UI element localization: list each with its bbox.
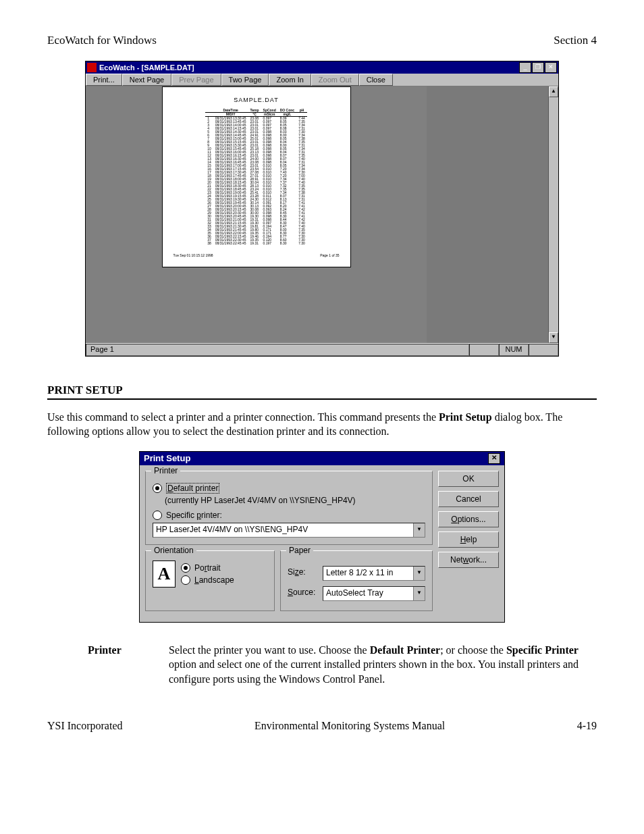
status-page: Page 1 bbox=[86, 344, 469, 356]
status-num: NUM bbox=[499, 344, 529, 356]
default-printer-label: Default printer bbox=[166, 484, 219, 493]
doc-title: SAMPLE.DAT bbox=[169, 97, 344, 103]
size-label: Size: bbox=[288, 567, 319, 577]
vertical-scrollbar[interactable]: ▲ ▼ bbox=[548, 86, 558, 343]
options-button[interactable]: Options... bbox=[438, 511, 499, 527]
size-combo[interactable]: Letter 8 1/2 x 11 in▼ bbox=[323, 566, 425, 581]
footer-center: Environmental Monitoring Systems Manual bbox=[254, 720, 445, 732]
print-button[interactable]: Print... bbox=[86, 74, 122, 86]
printer-group: Default printer (currently HP LaserJet 4… bbox=[145, 471, 433, 545]
header-right: Section 4 bbox=[554, 34, 597, 47]
network-button[interactable]: Network... bbox=[438, 552, 499, 568]
ok-button[interactable]: OK bbox=[438, 471, 499, 487]
minimize-button[interactable]: _ bbox=[519, 62, 531, 73]
scroll-down-button[interactable]: ▼ bbox=[549, 332, 558, 343]
cancel-button[interactable]: Cancel bbox=[438, 491, 499, 507]
status-bar: Page 1 NUM bbox=[86, 343, 558, 356]
current-printer-text: (currently HP LaserJet 4V/4MV on \\YSI\E… bbox=[165, 496, 425, 505]
zoom-out-button: Zoom Out bbox=[311, 74, 359, 86]
dropdown-icon[interactable]: ▼ bbox=[413, 587, 425, 600]
specific-printer-radio[interactable] bbox=[153, 511, 162, 520]
scroll-up-button[interactable]: ▲ bbox=[549, 86, 558, 97]
preview-empty-area bbox=[427, 86, 548, 343]
source-label: Source: bbox=[288, 588, 319, 597]
app-icon bbox=[87, 63, 97, 72]
preview-area: SAMPLE.DAT DateTimeTempSpCondDO ConcpHM/… bbox=[86, 86, 558, 343]
titlebar: EcoWatch - [SAMPLE.DAT] _ ❐ ✕ bbox=[86, 61, 558, 74]
desc-text-printer: Select the printer you want to use. Choo… bbox=[169, 643, 597, 687]
close-window-button[interactable]: ✕ bbox=[545, 62, 557, 73]
doc-footer-right: Page 1 of 35 bbox=[320, 253, 339, 257]
two-page-button[interactable]: Two Page bbox=[221, 74, 269, 86]
paper-group: Size: Letter 8 1/2 x 11 in▼ Source: Auto… bbox=[280, 550, 433, 611]
source-value: AutoSelect Tray bbox=[323, 587, 413, 600]
orientation-group: A Portrait Landscape bbox=[145, 550, 275, 611]
status-blank1 bbox=[469, 344, 499, 356]
specific-printer-label: Specific printer: bbox=[166, 511, 222, 520]
help-button[interactable]: Help bbox=[438, 531, 499, 548]
header-left: EcoWatch for Windows bbox=[47, 34, 157, 47]
print-preview-toolbar: Print... Next Page Prev Page Two Page Zo… bbox=[86, 74, 558, 86]
source-combo[interactable]: AutoSelect Tray▼ bbox=[323, 586, 425, 601]
dialog-title: Print Setup ✕ bbox=[140, 452, 504, 465]
ecowatch-window: EcoWatch - [SAMPLE.DAT] _ ❐ ✕ Print... N… bbox=[85, 61, 559, 357]
data-table: DateTimeTempSpCondDO ConcpHM/D/Y°CmS/cmm… bbox=[205, 109, 307, 245]
doc-footer-left: Tue Sep 01 10:15:12 1998 bbox=[173, 253, 213, 257]
size-value: Letter 8 1/2 x 11 in bbox=[323, 567, 413, 580]
dialog-close-button[interactable]: ✕ bbox=[488, 453, 500, 464]
preview-page: SAMPLE.DAT DateTimeTempSpCondDO ConcpHM/… bbox=[162, 86, 351, 267]
portrait-label: Portrait bbox=[194, 563, 221, 573]
next-page-button[interactable]: Next Page bbox=[122, 74, 171, 86]
print-setup-dialog: Print Setup ✕ Default printer (currently… bbox=[139, 451, 505, 623]
orientation-icon: A bbox=[153, 561, 176, 588]
landscape-radio[interactable] bbox=[181, 575, 190, 585]
printer-combo[interactable]: HP LaserJet 4V/4MV on \\YSI\ENG_HP4V ▼ bbox=[153, 523, 425, 538]
desc-term-printer: Printer bbox=[88, 643, 169, 687]
footer-right: 4-19 bbox=[577, 720, 597, 732]
zoom-in-button[interactable]: Zoom In bbox=[269, 74, 311, 86]
footer-left: YSI Incorporated bbox=[47, 720, 123, 732]
default-printer-radio[interactable] bbox=[153, 484, 162, 493]
section-title: PRINT SETUP bbox=[47, 384, 597, 400]
status-blank2 bbox=[529, 344, 558, 356]
portrait-radio[interactable] bbox=[181, 563, 190, 573]
scroll-track[interactable] bbox=[549, 97, 558, 332]
prev-page-button: Prev Page bbox=[171, 74, 221, 86]
window-title: EcoWatch - [SAMPLE.DAT] bbox=[99, 63, 519, 72]
table-row: 3808/31/1993 22:45:4519.310.1978.307.30 bbox=[205, 242, 307, 245]
dropdown-icon[interactable]: ▼ bbox=[413, 523, 425, 537]
intro-paragraph: Use this command to select a printer and… bbox=[47, 411, 597, 439]
printer-combo-value: HP LaserJet 4V/4MV on \\YSI\ENG_HP4V bbox=[153, 523, 413, 537]
close-preview-button[interactable]: Close bbox=[359, 74, 393, 86]
landscape-label: Landscape bbox=[194, 575, 234, 585]
maximize-button[interactable]: ❐ bbox=[532, 62, 544, 73]
dropdown-icon[interactable]: ▼ bbox=[413, 567, 425, 580]
